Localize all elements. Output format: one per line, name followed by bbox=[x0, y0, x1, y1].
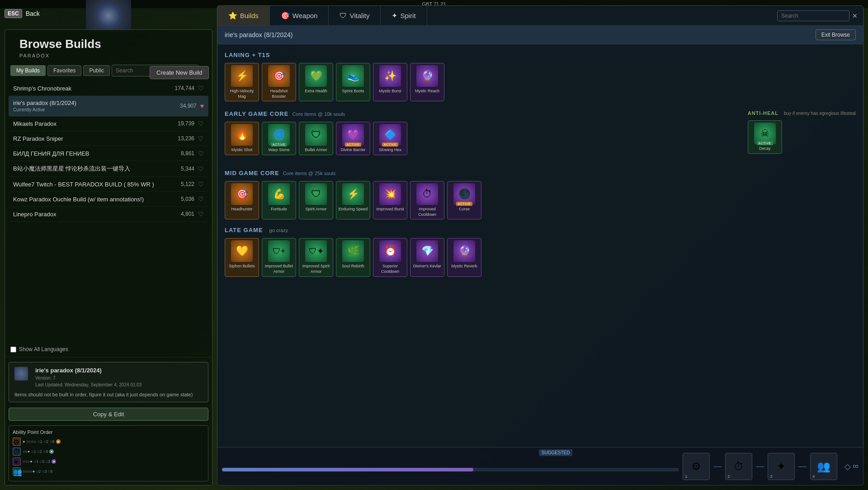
item-icon: 🎯 bbox=[268, 65, 290, 87]
build-name: Shrimp's Chronobreak bbox=[13, 85, 71, 92]
exit-browse-button[interactable]: Exit Browse bbox=[816, 29, 856, 40]
item-name: Improved Cooldown bbox=[412, 207, 442, 217]
ability-order-panel: Ability Point Order ⚙ ● ○○○○ ○1 ○2 ○5 ● … bbox=[9, 425, 208, 481]
favorite-button[interactable]: ♡ bbox=[198, 120, 204, 127]
item-icon: ⏰ bbox=[379, 240, 401, 262]
item-card[interactable]: 🌀 ACTIVE Warp Stone bbox=[262, 122, 296, 155]
esc-button[interactable]: ESC bbox=[5, 9, 22, 18]
item-icon: 🛡 bbox=[305, 183, 327, 205]
avatar-image bbox=[95, 2, 122, 29]
ability-row-2: ⏱ ○○● ○1 ○2 ○5 ● bbox=[13, 447, 204, 456]
suggest-item-1[interactable]: ⚙ 1 bbox=[683, 453, 710, 480]
item-card[interactable]: 🛡+ Improved Bullet Armor bbox=[262, 238, 296, 276]
mid-game-subtitle: Core items @ 25k souls bbox=[283, 171, 336, 176]
item-card[interactable]: 💛 Siphon Bullets bbox=[225, 238, 259, 276]
item-icon: 👟 bbox=[342, 65, 364, 87]
build-item[interactable]: Mikaels Paradox 19,739 ♡ bbox=[9, 116, 208, 131]
suggest-icon: 👥 bbox=[817, 460, 830, 473]
favorite-button[interactable]: ♡ bbox=[198, 195, 204, 203]
show-languages-checkbox[interactable] bbox=[10, 347, 16, 352]
build-item[interactable]: Kowz Paradox Ouchle Build (w/ item annot… bbox=[9, 192, 208, 207]
progress-fill bbox=[222, 468, 473, 471]
left-panel: Browse Builds PARADOX Create New Build M… bbox=[5, 29, 212, 485]
build-version: Version: 7 bbox=[35, 376, 142, 381]
item-card[interactable]: 🛡 Spirit Armor bbox=[299, 181, 333, 219]
build-item[interactable]: B站小魔法师黑星星 悖论秒杀流出装一键导入 5,344 ♡ bbox=[9, 161, 208, 177]
link-icon: ◇ bbox=[844, 461, 851, 471]
suggest-num: 1 bbox=[685, 474, 687, 479]
item-card[interactable]: 🌿 Soul Rebirth bbox=[336, 238, 370, 276]
build-count: 34,907 bbox=[180, 103, 197, 109]
item-card[interactable]: 🔥 Mystic Shot bbox=[225, 122, 259, 155]
late-game-header: LATE GAME go crazy bbox=[225, 227, 856, 233]
item-card[interactable]: 🛡✦ Improved Spirit Armor bbox=[299, 238, 333, 276]
suggest-item-3[interactable]: ✦ 3 bbox=[768, 453, 795, 480]
item-card[interactable]: 💜 ACTIVE Divine Barrier bbox=[336, 122, 370, 155]
item-card[interactable]: 🎯 Headshot Booster bbox=[262, 63, 296, 101]
character-avatar bbox=[86, 0, 131, 32]
tab-my-builds[interactable]: My Builds bbox=[10, 65, 46, 76]
favorite-button[interactable]: ♡ bbox=[198, 165, 204, 172]
search-clear-icon[interactable]: ✕ bbox=[852, 12, 858, 19]
build-item[interactable]: irie's paradox (8/1/2024) Currently Acti… bbox=[9, 96, 208, 116]
item-card[interactable]: 💎 Diviner's Kevlar bbox=[410, 238, 444, 276]
item-card[interactable]: 🎯 Headhunter bbox=[225, 181, 259, 219]
tab-builds[interactable]: ⭐ Builds bbox=[217, 6, 270, 25]
favorite-button[interactable]: ♡ bbox=[198, 210, 204, 218]
build-item[interactable]: БИЛД ГЕНИЯ ДЛЯ ГЕНИЕВ 8,861 ♡ bbox=[9, 146, 208, 161]
item-card[interactable]: ⏰ Superior Cooldown bbox=[373, 238, 407, 276]
builds-tab-icon: ⭐ bbox=[228, 11, 237, 20]
item-card[interactable]: 💪 Fortitude bbox=[262, 181, 296, 219]
tab-weapon[interactable]: 🎯 Weapon bbox=[270, 6, 329, 25]
create-new-build-button[interactable]: Create New Build bbox=[150, 66, 209, 79]
build-item[interactable]: Shrimp's Chronobreak 174,744 ♡ bbox=[9, 81, 208, 96]
item-card[interactable]: 🔮 Mystic Reach bbox=[410, 63, 444, 101]
ability-row-1: ⚙ ● ○○○○ ○1 ○2 ○5 ● bbox=[13, 438, 204, 446]
back-button[interactable]: Back bbox=[26, 10, 40, 17]
item-name: Mystic Reverb bbox=[451, 264, 477, 269]
favorite-button[interactable]: ♥ bbox=[200, 102, 204, 109]
item-card[interactable]: 🔷 ACTIVE Slowing Hex bbox=[373, 122, 407, 155]
ability-icon-4: 👥 bbox=[13, 467, 21, 476]
mid-game-title: MID GAME CORE bbox=[225, 170, 279, 176]
early-game-title: EARLY GAME CORE bbox=[225, 110, 288, 117]
tab-spirit[interactable]: ✦ Spirit bbox=[381, 6, 427, 25]
build-item[interactable]: RZ Paradox Sniper 13,236 ♡ bbox=[9, 131, 208, 146]
item-icon: 🔮 bbox=[416, 65, 438, 87]
late-game-title: LATE GAME bbox=[225, 227, 263, 233]
build-count: 8,861 bbox=[181, 150, 194, 157]
suggest-item-2[interactable]: ⏱ 2 bbox=[725, 453, 752, 480]
item-card[interactable]: 👟 Sprint Boots bbox=[336, 63, 370, 101]
favorite-button[interactable]: ♡ bbox=[198, 85, 204, 92]
build-item[interactable]: Wulfee7 Twitch - BEST PARADOX BUILD ( 85… bbox=[9, 177, 208, 192]
favorite-button[interactable]: ♡ bbox=[198, 135, 204, 142]
copy-and-edit-button[interactable]: Copy & Edit bbox=[9, 408, 208, 421]
item-card[interactable]: 🔮 Mystic Reverb bbox=[447, 238, 481, 276]
suggest-item-4[interactable]: 👥 4 bbox=[810, 453, 837, 480]
early-game-subtitle: Core items @ 10k souls bbox=[292, 111, 345, 117]
item-icon: 💜 ACTIVE bbox=[342, 124, 364, 146]
item-name: Headshot Booster bbox=[264, 89, 294, 99]
tab-favorites[interactable]: Favorites bbox=[47, 65, 81, 76]
build-item[interactable]: Linepro Paradox 4,801 ♡ bbox=[9, 207, 208, 222]
item-card[interactable]: ☠ ACTIVE Decay bbox=[748, 120, 782, 154]
favorite-button[interactable]: ♡ bbox=[198, 181, 204, 188]
item-card[interactable]: ✨ Mystic Burst bbox=[373, 63, 407, 101]
item-icon: 🔮 bbox=[453, 240, 475, 262]
item-card[interactable]: 🛡 Bullet Armor bbox=[299, 122, 333, 155]
item-card[interactable]: ⚡ Enduring Speed bbox=[336, 181, 370, 219]
item-card[interactable]: 💥 Improved Burst bbox=[373, 181, 407, 219]
tab-public[interactable]: Public bbox=[83, 65, 110, 76]
favorite-button[interactable]: ♡ bbox=[198, 150, 204, 157]
item-card[interactable]: ⚡ High-Velocity Mag bbox=[225, 63, 259, 101]
item-card[interactable]: ⏱ Improved Cooldown bbox=[410, 181, 444, 219]
build-count: 5,122 bbox=[181, 181, 194, 187]
tab-vitality[interactable]: 🛡 Vitality bbox=[329, 6, 381, 25]
item-search-input[interactable] bbox=[777, 10, 849, 21]
active-badge: ACTIVE bbox=[757, 141, 773, 145]
suggested-label: SUGGESTED bbox=[539, 449, 573, 456]
item-name: Improved Bullet Armor bbox=[264, 264, 294, 274]
item-card[interactable]: 💚 Extra Health bbox=[299, 63, 333, 101]
build-header: irie's paradox (8/1/2024) Exit Browse bbox=[217, 26, 863, 44]
item-card[interactable]: 🌑 ACTIVE Curse bbox=[447, 181, 481, 219]
